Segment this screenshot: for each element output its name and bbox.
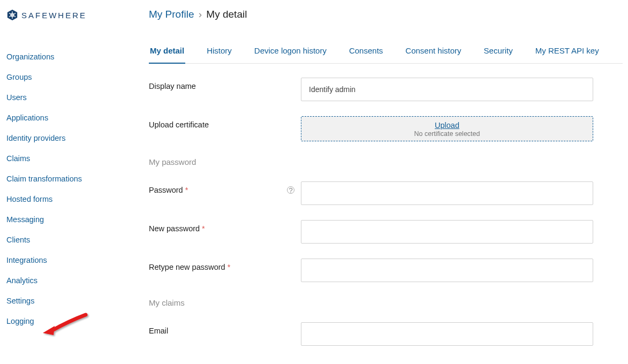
label-upload-certificate: Upload certificate xyxy=(149,116,301,129)
upload-link[interactable]: Upload xyxy=(435,121,459,130)
tab-device-logon-history[interactable]: Device logon history xyxy=(253,46,328,63)
section-my-password: My password xyxy=(149,157,623,166)
email-input[interactable] xyxy=(301,322,593,346)
brand-icon xyxy=(6,9,18,21)
sidebar-item-claim-transformations[interactable]: Claim transformations xyxy=(6,175,82,183)
row-upload-certificate: Upload certificate Upload No certificate… xyxy=(149,116,623,141)
label-email: Email xyxy=(149,322,301,335)
upload-certificate-dropzone[interactable]: Upload No certificate selected xyxy=(301,116,593,141)
password-input[interactable] xyxy=(301,181,593,205)
brand-name: SAFEWHERE xyxy=(21,11,87,20)
sidebar-nav: Organizations Groups Users Applications … xyxy=(6,47,117,331)
breadcrumb-parent[interactable]: My Profile xyxy=(149,9,194,20)
sidebar-item-claims[interactable]: Claims xyxy=(6,154,30,163)
main-content: My Profile › My detail My detail History… xyxy=(123,0,628,364)
row-display-name: Display name xyxy=(149,78,623,101)
tabs: My detail History Device logon history C… xyxy=(149,46,623,64)
required-marker: * xyxy=(202,224,205,233)
row-password: Password* ? xyxy=(149,181,623,205)
display-name-input[interactable] xyxy=(301,78,593,101)
sidebar-item-groups[interactable]: Groups xyxy=(6,73,32,81)
help-icon[interactable]: ? xyxy=(287,186,294,194)
sidebar-item-clients[interactable]: Clients xyxy=(6,236,30,244)
row-new-password: New password* xyxy=(149,220,623,244)
tab-consent-history[interactable]: Consent history xyxy=(404,46,462,63)
retype-password-input[interactable] xyxy=(301,259,593,282)
upload-status-text: No certificate selected xyxy=(301,130,593,138)
new-password-input[interactable] xyxy=(301,220,593,244)
label-retype-password: Retype new password* xyxy=(149,259,301,271)
sidebar-item-identity-providers[interactable]: Identity providers xyxy=(6,134,65,142)
tab-consents[interactable]: Consents xyxy=(348,46,384,63)
tab-my-rest-api-key[interactable]: My REST API key xyxy=(534,46,600,63)
required-marker: * xyxy=(228,263,231,271)
tab-security[interactable]: Security xyxy=(483,46,514,63)
section-my-claims: My claims xyxy=(149,298,623,307)
sidebar-item-messaging[interactable]: Messaging xyxy=(6,215,44,224)
sidebar: SAFEWHERE Organizations Groups Users App… xyxy=(0,0,123,364)
label-new-password: New password* xyxy=(149,220,301,233)
label-password: Password* ? xyxy=(149,181,301,194)
sidebar-item-applications[interactable]: Applications xyxy=(6,113,48,122)
row-email: Email xyxy=(149,322,623,346)
brand-logo: SAFEWHERE xyxy=(6,9,117,21)
breadcrumb-current: My detail xyxy=(206,9,247,20)
tab-my-detail[interactable]: My detail xyxy=(149,46,185,64)
tab-history[interactable]: History xyxy=(206,46,233,63)
breadcrumb-separator: › xyxy=(199,9,202,20)
sidebar-item-settings[interactable]: Settings xyxy=(6,297,34,305)
row-retype-password: Retype new password* xyxy=(149,259,623,282)
sidebar-item-analytics[interactable]: Analytics xyxy=(6,276,37,285)
breadcrumb: My Profile › My detail xyxy=(149,9,623,20)
sidebar-item-users[interactable]: Users xyxy=(6,93,27,102)
label-display-name: Display name xyxy=(149,78,301,90)
sidebar-item-logging[interactable]: Logging xyxy=(6,317,34,325)
sidebar-item-hosted-forms[interactable]: Hosted forms xyxy=(6,195,52,203)
required-marker: * xyxy=(185,186,188,194)
sidebar-item-integrations[interactable]: Integrations xyxy=(6,256,47,264)
sidebar-item-organizations[interactable]: Organizations xyxy=(6,52,54,61)
